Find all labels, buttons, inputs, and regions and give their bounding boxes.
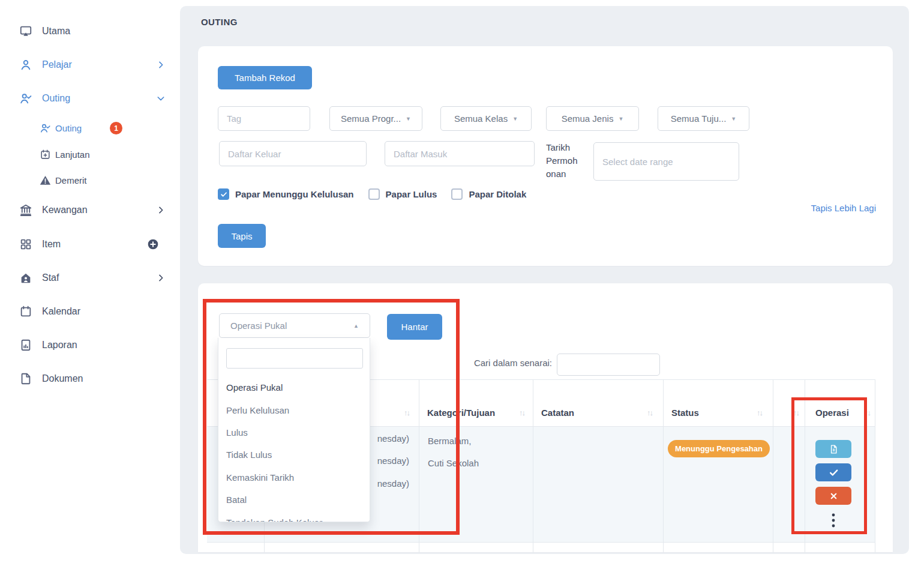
caret-down-icon: ▼ bbox=[618, 116, 623, 122]
tag-input[interactable] bbox=[218, 106, 310, 131]
table-search-input[interactable] bbox=[557, 354, 660, 376]
dropdown-option[interactable]: Kemaskini Tarikh bbox=[226, 472, 363, 486]
dropdown-option[interactable]: Operasi Pukal bbox=[226, 382, 363, 396]
chevron-right-icon bbox=[156, 273, 166, 283]
dropdown-option[interactable]: Lulus bbox=[226, 427, 363, 441]
papar-lulus-checkbox[interactable] bbox=[368, 188, 380, 200]
column-header-narrow[interactable]: ↑↓ bbox=[773, 379, 805, 426]
filter-button[interactable]: Tapis bbox=[218, 224, 266, 248]
caret-down-icon: ▼ bbox=[512, 116, 518, 122]
bank-icon bbox=[19, 203, 32, 217]
checkbox-group: Papar Menunggu Kelulusan Papar Lulus Pap… bbox=[218, 188, 526, 200]
sidebar-item-kewangan[interactable]: Kewangan bbox=[0, 201, 180, 219]
add-record-button[interactable]: Tambah Rekod bbox=[218, 66, 312, 89]
person-check-icon bbox=[40, 122, 51, 134]
table-search-label: Cari dalam senarai: bbox=[420, 358, 552, 368]
reject-button[interactable] bbox=[815, 487, 851, 505]
plus-circle-icon[interactable] bbox=[147, 238, 159, 250]
sort-icon[interactable]: ↑↓ bbox=[647, 408, 652, 418]
sort-icon[interactable]: ↑↓ bbox=[519, 408, 524, 418]
file-icon bbox=[19, 372, 32, 385]
row-kategori-line: Cuti Sekolah bbox=[428, 457, 479, 470]
page-title: OUTING bbox=[201, 17, 238, 27]
column-header-status[interactable]: Status↑↓ bbox=[663, 379, 773, 426]
chevron-down-icon bbox=[156, 94, 166, 103]
sidebar-subitem-demerit[interactable]: Demerit bbox=[0, 171, 180, 189]
daftar-masuk-input[interactable] bbox=[385, 141, 535, 166]
sidebar-item-kalendar[interactable]: Kalendar bbox=[0, 303, 180, 321]
dropdown-option[interactable]: Perlu Kelulusan bbox=[226, 405, 363, 418]
more-filters-link[interactable]: Tapis Lebih Lagi bbox=[811, 203, 876, 213]
filter-card: Tambah Rekod Semua Progr...▼ Semua Kelas… bbox=[198, 46, 893, 266]
row-kategori-line: Bermalam, bbox=[428, 435, 472, 448]
bulk-submit-button[interactable]: Hantar bbox=[387, 314, 442, 340]
person-icon bbox=[19, 58, 32, 71]
date-range-input[interactable] bbox=[593, 142, 739, 181]
dropdown-option[interactable]: Batal bbox=[226, 495, 363, 508]
sidebar-item-staf[interactable]: Staf bbox=[0, 269, 180, 287]
chevron-right-icon bbox=[156, 205, 166, 215]
report-icon bbox=[19, 339, 32, 352]
column-header-kategori[interactable]: Kategori/Tujuan↑↓ bbox=[419, 379, 533, 426]
screen-icon bbox=[19, 25, 32, 38]
dropdown-option[interactable]: Tandakan Sudah Keluar bbox=[226, 517, 363, 522]
sort-icon[interactable]: ↑↓ bbox=[757, 408, 762, 418]
check-icon bbox=[829, 468, 839, 478]
sidebar-item-dokumen[interactable]: Dokumen bbox=[0, 370, 180, 388]
caret-up-icon: ▲ bbox=[353, 323, 359, 329]
grid-icon bbox=[19, 238, 32, 251]
sort-icon[interactable]: ↑↓ bbox=[793, 408, 799, 418]
sort-icon[interactable]: ↑↓ bbox=[865, 408, 870, 418]
status-badge: Menunggu Pengesahan bbox=[668, 440, 770, 457]
papar-menunggu-checkbox[interactable] bbox=[218, 188, 229, 200]
kelas-select[interactable]: Semua Kelas▼ bbox=[440, 106, 532, 131]
warning-icon bbox=[40, 175, 51, 186]
sidebar-item-utama[interactable]: Utama bbox=[0, 22, 180, 40]
daftar-keluar-input[interactable] bbox=[219, 141, 367, 166]
calendar-icon bbox=[19, 305, 32, 318]
caret-down-icon: ▼ bbox=[406, 116, 411, 122]
tarikh-permohonan-label: Tarikh Permoh onan bbox=[546, 141, 589, 181]
papar-ditolak-checkbox[interactable] bbox=[451, 188, 463, 200]
tujuan-select[interactable]: Semua Tuju...▼ bbox=[658, 106, 749, 131]
document-icon bbox=[829, 444, 839, 454]
caret-down-icon: ▼ bbox=[731, 116, 736, 122]
bulk-operation-select[interactable]: Operasi Pukal ▲ bbox=[219, 313, 370, 338]
column-header-catatan[interactable]: Catatan↑↓ bbox=[533, 379, 663, 426]
notification-badge: 1 bbox=[110, 122, 122, 134]
outing-page: Utama Pelajar Outing Outing bbox=[0, 0, 924, 563]
program-select[interactable]: Semua Progr...▼ bbox=[329, 106, 422, 131]
calendar-plus-icon bbox=[40, 149, 51, 160]
column-header-operasi[interactable]: Operasi↑↓ bbox=[805, 379, 875, 426]
approve-button[interactable] bbox=[815, 463, 851, 481]
dropdown-option[interactable]: Tidak Lulus bbox=[226, 450, 363, 463]
person-check-icon bbox=[19, 92, 32, 105]
sidebar-item-pelajar[interactable]: Pelajar bbox=[0, 56, 180, 74]
home-icon bbox=[19, 271, 32, 285]
sort-icon[interactable]: ↑↓ bbox=[404, 408, 409, 418]
sidebar-item-laporan[interactable]: Laporan bbox=[0, 336, 180, 354]
dropdown-search-input[interactable] bbox=[226, 348, 363, 369]
sidebar-subitem-lanjutan[interactable]: Lanjutan bbox=[0, 145, 180, 163]
jenis-select[interactable]: Semua Jenis▼ bbox=[546, 106, 639, 131]
sidebar-item-outing[interactable]: Outing bbox=[0, 89, 180, 107]
chevron-right-icon bbox=[156, 60, 166, 70]
dots-menu-icon[interactable] bbox=[829, 511, 838, 530]
sidebar-subitem-outing[interactable]: Outing bbox=[0, 119, 180, 137]
bulk-operation-dropdown: Operasi Pukal Perlu Kelulusan Lulus Tida… bbox=[218, 338, 370, 522]
view-document-button[interactable] bbox=[815, 440, 851, 458]
x-icon bbox=[829, 492, 838, 501]
